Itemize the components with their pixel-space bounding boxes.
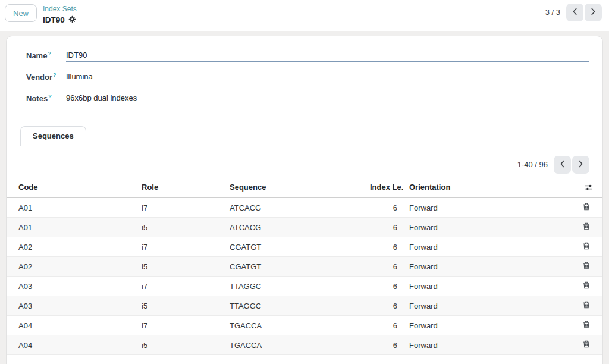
cell-sequence[interactable]: ATCACG — [224, 198, 364, 218]
gear-icon — [68, 15, 76, 25]
delete-row-button[interactable] — [583, 242, 590, 250]
new-button[interactable]: New — [5, 4, 37, 22]
cell-index-length[interactable]: 6 — [364, 257, 403, 277]
trash-icon — [583, 282, 590, 291]
field-row-vendor: Vendor? Illumina — [26, 71, 589, 83]
trash-icon — [583, 321, 590, 330]
delete-row-button[interactable] — [583, 281, 590, 289]
table-row[interactable]: A03 i5 TTAGGC 6 Forward — [7, 296, 602, 316]
tab-sequences[interactable]: Sequences — [20, 126, 86, 146]
table-row[interactable]: A01 i7 ATCACG 6 Forward — [7, 198, 602, 218]
column-header-role[interactable]: Role — [136, 177, 224, 198]
column-header-sequence[interactable]: Sequence — [224, 177, 364, 198]
name-label: Name? — [26, 49, 66, 62]
delete-row-button[interactable] — [583, 262, 590, 269]
cell-role[interactable]: i7 — [136, 277, 224, 296]
cell-orientation[interactable]: Forward — [403, 237, 574, 257]
form-sheet: Name? IDT90 Vendor? Illumina Notes? 96x6… — [6, 36, 603, 364]
table-row[interactable]: A04 i7 TGACCA 6 Forward — [7, 316, 602, 335]
breadcrumb-index-sets[interactable]: Index Sets — [43, 5, 77, 14]
cell-role[interactable]: i7 — [136, 237, 224, 257]
delete-row-button[interactable] — [583, 340, 590, 348]
list-pager-count: 1-40 / 96 — [517, 156, 548, 174]
name-input[interactable]: IDT90 — [66, 49, 589, 62]
cell-index-length[interactable]: 6 — [364, 277, 403, 296]
cell-code[interactable]: A01 — [7, 218, 136, 237]
sequences-table: Code Role Sequence Index Le... Orientati… — [7, 177, 602, 355]
notes-label: Notes? — [26, 92, 66, 115]
breadcrumb: Index Sets IDT90 — [43, 4, 77, 31]
delete-row-button[interactable] — [583, 321, 590, 328]
cell-sequence[interactable]: TGACCA — [224, 316, 364, 335]
cell-sequence[interactable]: CGATGT — [224, 257, 364, 277]
record-pager-count: 3 / 3 — [545, 4, 560, 21]
cell-code[interactable]: A04 — [7, 335, 136, 355]
control-panel: New Index Sets IDT90 — [0, 0, 609, 31]
column-header-orientation[interactable]: Orientation — [403, 177, 574, 198]
list-previous-page-button[interactable] — [554, 156, 571, 174]
cell-index-length[interactable]: 6 — [364, 316, 403, 335]
delete-row-button[interactable] — [583, 301, 590, 309]
cell-code[interactable]: A02 — [7, 257, 136, 277]
table-row[interactable]: A01 i5 ATCACG 6 Forward — [7, 218, 602, 237]
trash-icon — [583, 302, 590, 310]
table-header-row: Code Role Sequence Index Le... Orientati… — [7, 177, 602, 198]
cell-sequence[interactable]: TTAGGC — [224, 296, 364, 316]
cell-index-length[interactable]: 6 — [364, 335, 403, 355]
table-row[interactable]: A04 i5 TGACCA 6 Forward — [7, 335, 602, 355]
cell-orientation[interactable]: Forward — [403, 277, 574, 296]
cell-code[interactable]: A01 — [7, 198, 136, 218]
cell-code[interactable]: A02 — [7, 237, 136, 257]
vendor-input[interactable]: Illumina — [66, 71, 589, 83]
form-view-background: Name? IDT90 Vendor? Illumina Notes? 96x6… — [0, 31, 609, 364]
cell-orientation[interactable]: Forward — [403, 257, 574, 277]
list-next-page-button[interactable] — [572, 156, 589, 174]
delete-row-button[interactable] — [583, 222, 590, 230]
column-header-index-length[interactable]: Index Le... — [364, 177, 403, 198]
optional-columns-button[interactable] — [585, 184, 593, 191]
column-header-code[interactable]: Code — [7, 177, 136, 198]
chevron-right-icon — [578, 160, 583, 170]
cell-sequence[interactable]: CGATGT — [224, 237, 364, 257]
cell-role[interactable]: i5 — [136, 257, 224, 277]
cell-index-length[interactable]: 6 — [364, 198, 403, 218]
cell-role[interactable]: i7 — [136, 198, 224, 218]
chevron-left-icon — [572, 8, 577, 17]
field-row-name: Name? IDT90 — [26, 49, 589, 62]
delete-row-button[interactable] — [583, 203, 590, 211]
help-marker: ? — [48, 93, 52, 99]
cell-role[interactable]: i7 — [136, 316, 224, 335]
cell-role[interactable]: i5 — [136, 296, 224, 316]
chevron-right-icon — [591, 8, 596, 17]
cell-code[interactable]: A03 — [7, 277, 136, 296]
cell-orientation[interactable]: Forward — [403, 198, 574, 218]
cell-orientation[interactable]: Forward — [403, 335, 574, 355]
cell-orientation[interactable]: Forward — [403, 316, 574, 335]
table-row[interactable]: A03 i7 TTAGGC 6 Forward — [7, 277, 602, 296]
table-row[interactable]: A02 i7 CGATGT 6 Forward — [7, 237, 602, 257]
trash-icon — [583, 203, 590, 212]
cell-orientation[interactable]: Forward — [403, 218, 574, 237]
vendor-label: Vendor? — [26, 71, 66, 83]
cell-code[interactable]: A04 — [7, 316, 136, 335]
cell-role[interactable]: i5 — [136, 218, 224, 237]
cell-role[interactable]: i5 — [136, 335, 224, 355]
table-row[interactable]: A02 i5 CGATGT 6 Forward — [7, 257, 602, 277]
page-title: IDT90 — [43, 15, 65, 25]
cell-index-length[interactable]: 6 — [364, 237, 403, 257]
trash-icon — [583, 243, 590, 252]
cell-sequence[interactable]: TGACCA — [224, 335, 364, 355]
help-marker: ? — [48, 51, 51, 57]
cell-code[interactable]: A03 — [7, 296, 136, 316]
cell-orientation[interactable]: Forward — [403, 296, 574, 316]
next-record-button[interactable] — [585, 4, 602, 21]
notes-input[interactable]: 96x6bp dual indexes — [66, 92, 589, 115]
help-marker: ? — [53, 72, 56, 78]
cell-index-length[interactable]: 6 — [364, 218, 403, 237]
settings-menu-button[interactable] — [68, 15, 76, 25]
trash-icon — [583, 262, 590, 271]
cell-sequence[interactable]: TTAGGC — [224, 277, 364, 296]
cell-index-length[interactable]: 6 — [364, 296, 403, 316]
cell-sequence[interactable]: ATCACG — [224, 218, 364, 237]
previous-record-button[interactable] — [566, 4, 583, 21]
